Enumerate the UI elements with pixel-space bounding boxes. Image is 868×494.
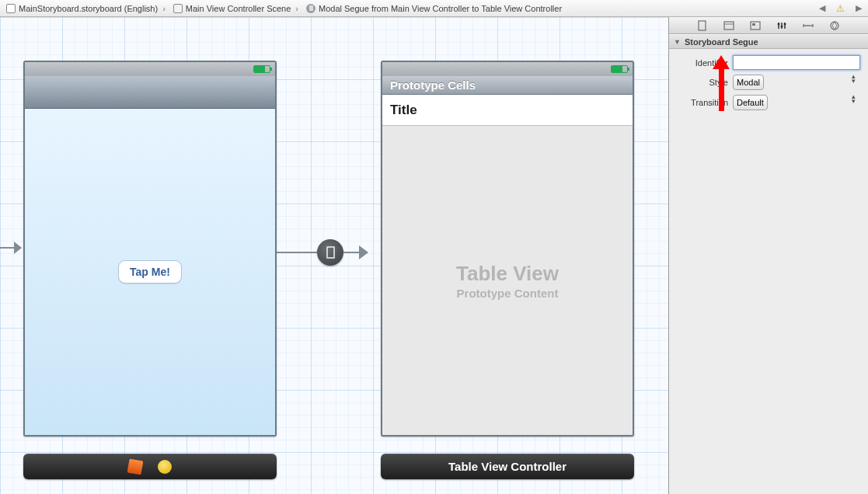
- breadcrumb-separator: ›: [294, 4, 300, 13]
- svg-point-9: [781, 25, 783, 27]
- identifier-label: Identifier: [677, 58, 728, 68]
- prototype-cell[interactable]: Title: [382, 95, 633, 126]
- identifier-field[interactable]: [733, 55, 860, 70]
- breadcrumb-segue[interactable]: Modal Segue from Main View Controller to…: [300, 0, 565, 16]
- file-inspector-tab[interactable]: [695, 19, 710, 31]
- breadcrumb-separator: ›: [161, 4, 167, 13]
- tap-me-button[interactable]: Tap Me!: [118, 260, 182, 284]
- transition-select[interactable]: Default: [733, 95, 768, 110]
- status-bar: [25, 62, 275, 76]
- main-view-controller-scene[interactable]: Tap Me!: [23, 61, 277, 479]
- svg-rect-4: [752, 23, 755, 26]
- table-view-placeholder[interactable]: Table View Prototype Content: [382, 126, 633, 435]
- attributes-inspector-tab[interactable]: [774, 19, 790, 31]
- jump-forward-button[interactable]: ▶: [854, 3, 863, 13]
- breadcrumb-file-label: MainStoryboard.storyboard (English): [19, 4, 158, 13]
- size-inspector-tab[interactable]: [800, 19, 816, 31]
- placeholder-subtitle: Prototype Content: [457, 287, 559, 300]
- style-select[interactable]: Modal: [733, 75, 764, 90]
- storyboard-file-icon: [6, 4, 16, 13]
- jump-bar: MainStoryboard.storyboard (English) › Ma…: [0, 0, 868, 17]
- connections-inspector-tab[interactable]: [827, 19, 842, 31]
- inspector-panel: ▼ Storyboard Segue Identifier Style Moda…: [669, 17, 868, 494]
- breadcrumb-file[interactable]: MainStoryboard.storyboard (English): [0, 0, 161, 16]
- svg-point-8: [778, 23, 780, 25]
- storyboard-canvas[interactable]: Tap Me! Prototype Cells Title: [0, 17, 669, 494]
- placeholder-title: Table View: [456, 262, 559, 286]
- prototype-cells-header: Prototype Cells: [382, 76, 633, 95]
- warning-icon[interactable]: ⚠: [836, 3, 845, 14]
- view-controller-frame[interactable]: Prototype Cells Title Table View Prototy…: [381, 61, 634, 437]
- view-controller-icon[interactable]: [158, 460, 172, 474]
- breadcrumb-scene-label: Main View Controller Scene: [186, 4, 291, 13]
- dock-label: Table View Controller: [448, 460, 566, 473]
- section-title: Storyboard Segue: [685, 37, 758, 47]
- breadcrumb-scene[interactable]: Main View Controller Scene: [167, 0, 295, 16]
- initial-scene-arrow[interactable]: [0, 247, 14, 249]
- svg-point-10: [784, 23, 786, 25]
- battery-icon: [253, 65, 270, 73]
- navigation-bar[interactable]: [25, 76, 275, 109]
- jump-back-button[interactable]: ◀: [817, 3, 827, 13]
- breadcrumb-segue-label: Modal Segue from Main View Controller to…: [319, 4, 562, 13]
- segue-icon: [306, 4, 315, 13]
- style-label: Style: [677, 78, 728, 87]
- disclosure-triangle-icon[interactable]: ▼: [674, 38, 681, 46]
- modal-segue[interactable]: [277, 239, 368, 266]
- svg-rect-0: [699, 21, 706, 30]
- battery-icon: [611, 65, 628, 73]
- svg-rect-1: [724, 22, 734, 30]
- scene-dock[interactable]: Table View Controller: [381, 454, 634, 479]
- cell-title-label: Title: [390, 103, 417, 118]
- identity-inspector-tab[interactable]: [748, 19, 763, 31]
- segue-section-header[interactable]: ▼ Storyboard Segue: [669, 34, 868, 49]
- table-view-controller-scene[interactable]: Prototype Cells Title Table View Prototy…: [381, 61, 634, 479]
- quick-help-tab[interactable]: [721, 19, 737, 31]
- first-responder-icon[interactable]: [127, 458, 144, 475]
- transition-label: Transition: [677, 98, 728, 107]
- view-controller-frame[interactable]: Tap Me!: [23, 61, 277, 437]
- inspector-tab-bar: [669, 17, 868, 34]
- status-bar: [382, 62, 633, 76]
- segue-attributes-form: Identifier Style Modal Transition Defaul…: [669, 49, 868, 110]
- segue-badge-icon[interactable]: [317, 239, 343, 266]
- scene-dock[interactable]: [23, 454, 277, 479]
- scene-icon: [173, 4, 183, 13]
